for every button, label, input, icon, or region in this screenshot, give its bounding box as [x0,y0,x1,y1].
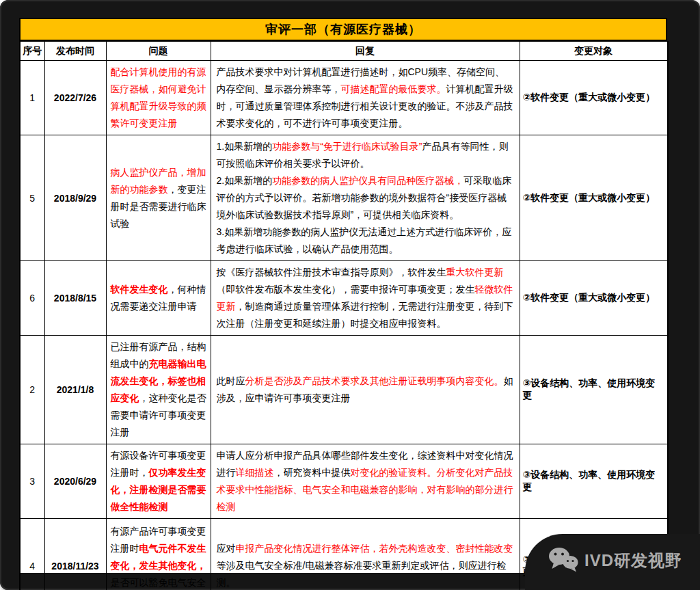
image-frame: 审评一部（有源医疗器械） 序号 发布时间 问题 回复 变更对象 12022/7/… [0,0,700,590]
reply-cell: 此时应分析是否涉及产品技术要求及其他注册证载明事项内容变化。如涉及，应申请许可事… [211,336,520,444]
change-target-cell: ②软件变更（重大或微小变更） [520,261,668,336]
text-segment: 配合计算机使用的有源医疗器械，如何避免计算机配置升级导致的频繁许可变更注册 [111,66,206,129]
change-target-cell: ②软件变更（重大或微小变更） [520,61,668,135]
text-segment: 此时应 [217,375,245,386]
change-target-cell: ③设备结构、功率、使用环境变更 [520,444,668,519]
publish-date-cell: 2018/9/29 [44,135,106,261]
row-number-cell: 5 [20,135,44,261]
reply-cell: 按《医疗器械软件注册技术审查指导原则》，软件发生重大软件更新（即软件发布版本发生… [211,261,520,336]
watermark-label: IVD研发视野 [584,550,682,572]
text-segment: 可描述配置的最低要求。 [341,83,446,94]
reply-cell: 应对申报产品变化情况进行整体评估，若外壳构造改变、密封性能改变等涉及电气安全标准… [211,519,520,590]
reply-cell: 产品技术要求中对计算机配置进行描述时，如CPU频率、存储空间、内存空间、显示器分… [211,61,520,135]
publish-date-cell: 2022/7/26 [44,61,106,135]
table-row: 62018/8/15软件发生变化，何种情况需要递交注册申请按《医疗器械软件注册技… [20,261,668,336]
qa-table: 序号 发布时间 问题 回复 变更对象 12022/7/26配合计算机使用的有源医… [19,41,669,590]
table-row: 12022/7/26配合计算机使用的有源医疗器械，如何避免计算机配置升级导致的频… [20,61,668,135]
row-number-cell: 2 [20,336,44,444]
publish-date-cell: 2018/11/23 [44,519,106,590]
table-title: 审评一部（有源医疗器械） [19,18,667,41]
text-segment: 申报产品变化情况进行整体评估，若外壳构造改变、密封性能改变 [236,543,513,554]
change-target-cell: ②软件变更（重大或微小变更） [520,135,668,261]
text-segment: ，制造商通过质量管理体系进行控制，无需进行注册变更，待到下次注册（注册变更和延续… [217,301,513,329]
text-segment: 软件发生变化 [111,284,168,295]
col-header-reply: 回复 [211,42,520,61]
question-cell: 软件发生变化，何种情况需要递交注册申请 [106,261,211,336]
text-segment: 重大软件更新 [446,267,504,278]
table-body: 12022/7/26配合计算机使用的有源医疗器械，如何避免计算机配置升级导致的频… [20,61,668,590]
header-row: 序号 发布时间 问题 回复 变更对象 [20,42,668,61]
text-segment: 详细描述 [236,467,274,478]
text-segment: 应对 [217,543,236,554]
col-header-target: 变更对象 [520,42,668,61]
question-cell: 有源产品许可事项变更注册时电气元件不发生变化，发生其他变化，是否可以豁免电气安全… [106,519,211,590]
question-cell: 已注册有源产品，结构组成中的充电器输出电流发生变化，标签也相应变化，这种变化是否… [106,336,211,444]
table-row: 52018/9/29病人监护仪产品，增加新的功能参数，变更注册时是否需要进行临床… [20,135,668,261]
text-segment: 分析是否涉及产品技术要求及其他注册证载明事项内容变化。 [245,375,504,386]
col-header-no: 序号 [20,42,44,61]
text-segment: 功能参数与“免于进行临床试验目录” [272,141,422,152]
publish-date-cell: 2020/6/29 [44,444,106,519]
change-target-cell: ③设备结构、功率、使用环境变更 [520,336,668,444]
reply-cell: 1.如果新增的功能参数与“免于进行临床试验目录”产品具有等同性，则可按照临床评价… [211,135,520,261]
text-segment: 按《医疗器械软件注册技术审查指导原则》，软件发生 [217,267,446,278]
publish-date-cell: 2021/1/8 [44,336,106,444]
question-cell: 配合计算机使用的有源医疗器械，如何避免计算机配置升级导致的频繁许可变更注册 [106,61,211,135]
text-segment: 等涉及电气安全标准/电磁兼容标准要求重新判定或评估，则应进行检测。 [217,560,507,588]
table-row: 32020/6/29有源设备许可事项变更注册时，仅功率发生变化，注册检测是否需要… [20,444,668,519]
row-number-cell: 6 [20,261,44,336]
publish-date-cell: 2018/8/15 [44,261,106,336]
row-number-cell: 3 [20,444,44,519]
reply-cell: 申请人应分析申报产品具体哪些部件发生变化，综述资料中对变化情况进行详细描述，研究… [211,444,520,519]
text-segment: 是否可以豁免电气安全和电磁兼容检测 [111,577,206,590]
wechat-icon [548,546,579,575]
row-number-cell: 4 [20,519,44,590]
col-header-date: 发布时间 [44,42,106,61]
question-cell: 有源设备许可事项变更注册时，仅功率发生变化，注册检测是否需要做全性能检测 [106,444,211,519]
question-cell: 病人监护仪产品，增加新的功能参数，变更注册时是否需要进行临床试验 [106,135,211,261]
text-segment: （即软件发布版本发生变化），需要申报许可事项变更；发生 [217,284,475,295]
text-segment: 功能参数的病人监护仪具有同品种医疗器械， [272,175,463,186]
row-number-cell: 1 [20,61,44,135]
text-segment: ，研究资料中提供 [274,467,351,478]
text-segment: 1.如果新增的 [217,141,273,152]
watermark: IVD研发视野 [525,534,700,590]
table-sheet: 审评一部（有源医疗器械） 序号 发布时间 问题 回复 变更对象 12022/7/… [19,18,667,573]
col-header-question: 问题 [106,42,211,61]
table-row: 22021/1/8已注册有源产品，结构组成中的充电器输出电流发生变化，标签也相应… [20,336,668,444]
text-segment: 可采取临床评价的方式予以评价。若新增功能参数的境外数据符合“接受医疗器械境外临床… [217,175,512,254]
